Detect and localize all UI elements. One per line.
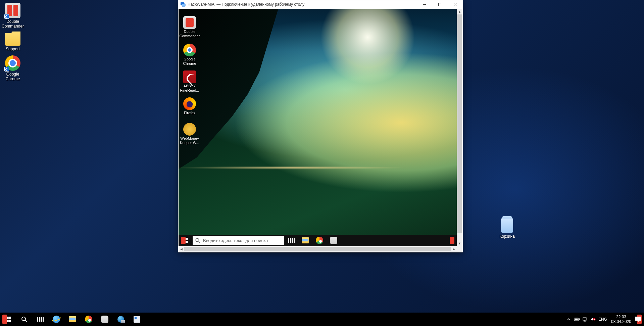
rdp-title-text: HackWare-MiAl — Подключение к удаленному…: [188, 2, 304, 7]
chrome-icon: [183, 44, 196, 56]
remote-task-chrome[interactable]: [313, 235, 326, 246]
taskview-icon: [37, 317, 44, 322]
desktop-icon-recycle-bin[interactable]: Корзина: [494, 218, 520, 239]
desktop-icon-double-commander[interactable]: Double Commander: [0, 3, 26, 29]
chevron-up-icon: [567, 318, 571, 321]
task-chrome[interactable]: [81, 313, 97, 326]
webmoney-icon: [183, 123, 196, 136]
double-commander-icon: [183, 16, 196, 29]
double-commander-icon: [5, 3, 20, 18]
maximize-icon: [438, 3, 442, 6]
rdp-titlebar[interactable]: HackWare-MiAl — Подключение к удаленному…: [178, 0, 463, 8]
rdp-vertical-scrollbar[interactable]: ▲ ▼: [457, 9, 462, 246]
task-double-commander[interactable]: [97, 313, 113, 326]
scroll-right-button[interactable]: ▶: [451, 246, 457, 252]
scroll-thumb[interactable]: [457, 14, 462, 233]
folder-icon: [5, 30, 20, 46]
remote-taskview-button[interactable]: [285, 235, 298, 246]
window-close-button[interactable]: [447, 0, 463, 8]
tray-clock[interactable]: 22:03 03.04.2020: [608, 315, 634, 324]
remote-icon-label: Double Commander: [179, 30, 201, 38]
volume-icon: [590, 317, 596, 322]
scroll-left-button[interactable]: ◀: [179, 246, 184, 252]
show-desktop-button[interactable]: [642, 313, 644, 326]
desktop-icon-google-chrome[interactable]: Google Chrome: [0, 55, 26, 81]
remote-icon-label: Google Chrome: [179, 57, 201, 66]
desktop-icon-label: Google Chrome: [0, 72, 26, 81]
task-internet-explorer[interactable]: [48, 313, 64, 326]
svg-rect-2: [438, 3, 441, 6]
network-icon: [582, 317, 588, 322]
search-icon: [195, 238, 200, 243]
task-rdp[interactable]: [113, 313, 129, 326]
remote-icon-webmoney[interactable]: WebMoney Keeper W...: [179, 123, 201, 145]
double-commander-icon: [101, 316, 108, 323]
scroll-corner: [457, 246, 462, 252]
taskview-button[interactable]: [32, 313, 48, 326]
desktop-icon-support[interactable]: Support: [0, 30, 26, 51]
svg-point-4: [22, 317, 26, 321]
tray-time: 22:03: [608, 315, 634, 319]
remote-task-double-commander[interactable]: [327, 235, 340, 246]
remote-search-placeholder: Введите здесь текст для поиска: [203, 238, 268, 243]
tray-network-icon[interactable]: [581, 313, 589, 326]
search-icon: [21, 316, 27, 322]
tray-volume-icon[interactable]: [589, 313, 597, 326]
window-minimize-button[interactable]: [416, 0, 432, 8]
file-explorer-icon: [69, 316, 76, 322]
tray-overflow-button[interactable]: [565, 313, 573, 326]
internet-explorer-icon: [53, 316, 60, 323]
svg-rect-7: [575, 319, 578, 320]
abbyy-icon: [183, 71, 196, 83]
double-commander-icon: [330, 237, 337, 244]
minimize-icon: [423, 3, 426, 6]
rdp-horizontal-scrollbar[interactable]: ◀ ▶: [179, 246, 457, 252]
remote-icon-label: WebMoney Keeper W...: [179, 136, 201, 145]
desktop-icon-label: Support: [0, 47, 26, 51]
remote-task-file-explorer[interactable]: [299, 235, 312, 246]
remote-icon-label: ABBYY FineRead...: [179, 84, 201, 93]
scroll-up-button[interactable]: ▲: [457, 9, 462, 14]
remote-icon-firefox[interactable]: Firefox: [179, 97, 201, 115]
close-icon: [453, 3, 457, 6]
scroll-thumb[interactable]: [184, 247, 451, 251]
recycle-bin-icon: [501, 218, 513, 233]
rdp-window[interactable]: HackWare-MiAl — Подключение к удаленному…: [178, 0, 463, 252]
taskbar[interactable]: ENG 22:03 03.04.2020: [0, 313, 644, 326]
tray-battery-icon[interactable]: [573, 313, 581, 326]
chrome-icon: [316, 237, 323, 244]
desktop-icon-label: Double Commander: [0, 19, 26, 29]
remote-taskbar[interactable]: Введите здесь текст для поиска: [179, 235, 457, 246]
rdp-client-area[interactable]: Double Commander Google Chrome ABBYY Fin…: [179, 9, 457, 246]
rdp-app-icon: [180, 2, 186, 7]
remote-wallpaper: [179, 139, 457, 187]
battery-icon: [574, 317, 580, 321]
tray-language-indicator[interactable]: ENG: [597, 313, 608, 326]
remote-icon-double-commander[interactable]: Double Commander: [179, 16, 201, 38]
task-app[interactable]: [129, 313, 145, 326]
taskview-icon: [288, 238, 295, 243]
svg-rect-6: [579, 319, 580, 320]
remote-icon-abbyy-finereader[interactable]: ABBYY FineRead...: [179, 71, 201, 93]
search-button[interactable]: [16, 313, 32, 326]
desktop-icon-label: Корзина: [494, 234, 520, 239]
scroll-down-button[interactable]: ▼: [457, 240, 462, 246]
chrome-icon: [5, 55, 20, 71]
task-file-explorer[interactable]: [64, 313, 81, 326]
rdp-icon: [117, 316, 124, 323]
file-explorer-icon: [302, 237, 309, 243]
remote-icon-google-chrome[interactable]: Google Chrome: [179, 44, 201, 66]
window-maximize-button[interactable]: [432, 0, 447, 8]
svg-rect-8: [583, 318, 586, 320]
remote-icon-label: Firefox: [179, 111, 201, 115]
chrome-icon: [85, 316, 92, 323]
app-icon: [134, 316, 140, 323]
svg-point-3: [196, 238, 199, 241]
svg-rect-1: [182, 4, 185, 6]
firefox-icon: [183, 97, 196, 110]
remote-search-box[interactable]: Введите здесь текст для поиска: [193, 236, 284, 245]
system-tray[interactable]: ENG 22:03 03.04.2020: [565, 313, 644, 326]
tray-date: 03.04.2020: [608, 319, 634, 324]
